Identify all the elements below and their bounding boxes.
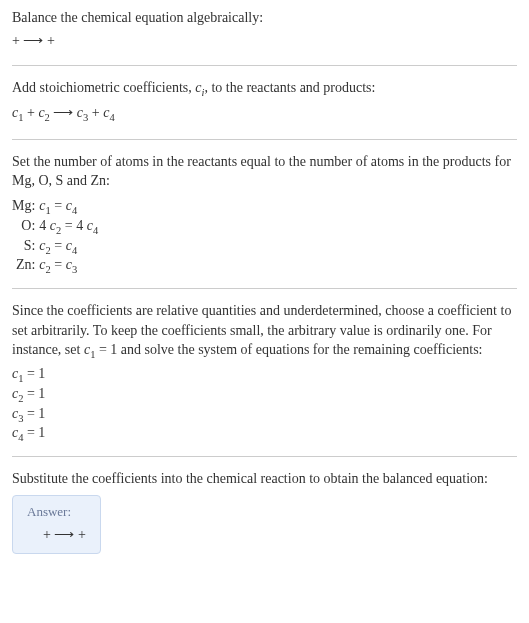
atoms-table: Mg: c1 = c4 O: 4 c2 = 4 c4 S: c2 = c4 Zn… — [12, 197, 104, 276]
eq-plus1: + — [23, 105, 38, 120]
coeff-row: c4 = 1 — [12, 424, 517, 444]
atom-eq-mg: c1 = c4 — [39, 197, 104, 217]
atom-label-zn: Zn: — [12, 256, 39, 276]
atom-eq-s: c2 = c4 — [39, 237, 104, 257]
step2-text-after: , to the reactants and products: — [204, 80, 375, 95]
step1-text: Balance the chemical equation algebraica… — [12, 8, 517, 28]
answer-box: Answer: + ⟶ + — [12, 495, 101, 554]
coeff-row: c3 = 1 — [12, 405, 517, 425]
answer-label: Answer: — [27, 504, 86, 520]
atom-label-o: O: — [12, 217, 39, 237]
table-row: Zn: c2 = c3 — [12, 256, 104, 276]
step4-text: Since the coefficients are relative quan… — [12, 301, 517, 363]
step3-text: Set the number of atoms in the reactants… — [12, 152, 517, 191]
divider — [12, 139, 517, 140]
eq-plus2: + — [88, 105, 103, 120]
step2-equation: c1 + c2 ⟶ c3 + c4 — [12, 100, 517, 127]
coeff-row: c1 = 1 — [12, 365, 517, 385]
step-stoichiometric: Add stoichiometric coefficients, ci, to … — [12, 78, 517, 127]
step-substitute: Substitute the coefficients into the che… — [12, 469, 517, 554]
step-atoms: Set the number of atoms in the reactants… — [12, 152, 517, 276]
atom-label-s: S: — [12, 237, 39, 257]
divider — [12, 65, 517, 66]
answer-equation: + ⟶ + — [27, 526, 86, 543]
step1-equation: + ⟶ + — [12, 28, 517, 53]
step-balance: Balance the chemical equation algebraica… — [12, 8, 517, 53]
table-row: O: 4 c2 = 4 c4 — [12, 217, 104, 237]
step2-text-before: Add stoichiometric coefficients, — [12, 80, 195, 95]
atom-eq-o: 4 c2 = 4 c4 — [39, 217, 104, 237]
step5-text: Substitute the coefficients into the che… — [12, 469, 517, 489]
atom-eq-zn: c2 = c3 — [39, 256, 104, 276]
coeff-list: c1 = 1 c2 = 1 c3 = 1 c4 = 1 — [12, 365, 517, 444]
coeff-row: c2 = 1 — [12, 385, 517, 405]
atom-label-mg: Mg: — [12, 197, 39, 217]
step4-text-mid: = 1 and solve the system of equations fo… — [95, 342, 482, 357]
step-solve: Since the coefficients are relative quan… — [12, 301, 517, 444]
table-row: Mg: c1 = c4 — [12, 197, 104, 217]
step2-text: Add stoichiometric coefficients, ci, to … — [12, 78, 517, 100]
eq-c4s: 4 — [109, 112, 114, 123]
divider — [12, 288, 517, 289]
table-row: S: c2 = c4 — [12, 237, 104, 257]
eq-arrow: ⟶ — [50, 105, 77, 120]
divider — [12, 456, 517, 457]
